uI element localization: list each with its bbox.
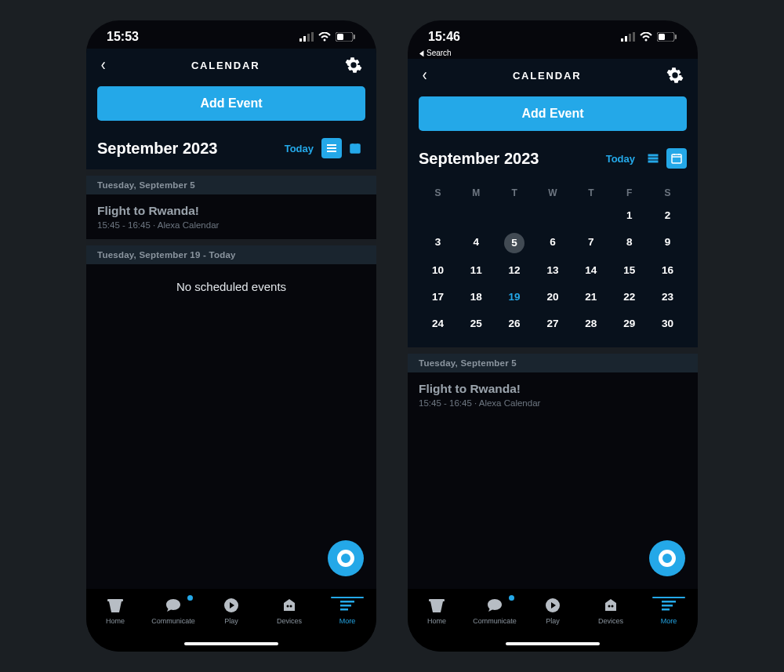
status-right (621, 32, 677, 42)
svg-rect-21 (340, 608, 348, 611)
calendar-day[interactable]: 9 (648, 233, 687, 252)
home-indicator[interactable] (506, 642, 600, 645)
tab-play[interactable]: Play (202, 597, 260, 625)
calendar-day[interactable]: 10 (419, 261, 457, 280)
calendar-day[interactable]: 24 (419, 314, 457, 333)
calendar-day[interactable]: 23 (648, 288, 687, 307)
svg-rect-3 (311, 32, 314, 42)
calendar-day[interactable]: 8 (610, 233, 648, 252)
calendar-day[interactable]: 26 (495, 314, 534, 333)
svg-point-26 (645, 39, 648, 42)
event-item[interactable]: Flight to Rwanda! 15:45 - 16:45 · Alexa … (408, 372, 698, 417)
day-section-header: Tuesday, September 19 - Today (86, 245, 376, 264)
list-view-button[interactable] (643, 148, 663, 169)
alexa-fab[interactable] (649, 540, 685, 576)
calendar-day[interactable]: 7 (572, 233, 610, 252)
event-meta: 15:45 - 16:45 · Alexa Calendar (419, 398, 687, 408)
tab-more[interactable]: More (640, 597, 698, 625)
calendar-day[interactable]: 3 (419, 233, 457, 252)
day-section-header: Tuesday, September 5 (408, 354, 698, 372)
calendar-day[interactable]: 27 (534, 314, 572, 333)
back-button[interactable]: ‹ (101, 55, 106, 75)
tab-play[interactable]: Play (524, 597, 582, 625)
add-event-button[interactable]: Add Event (419, 96, 687, 131)
calendar-day[interactable]: 13 (534, 261, 572, 280)
tab-devices[interactable]: Devices (582, 597, 640, 625)
battery-icon (336, 32, 356, 42)
svg-rect-8 (327, 144, 336, 146)
today-link[interactable]: Today (285, 143, 314, 154)
gear-icon[interactable] (666, 67, 684, 84)
event-list-body[interactable]: No scheduled events (86, 264, 376, 589)
svg-rect-31 (648, 158, 658, 159)
list-icon (325, 142, 338, 154)
calendar-day[interactable]: 30 (648, 314, 687, 333)
calendar-day[interactable]: 18 (457, 288, 495, 307)
calendar-day[interactable]: 28 (572, 314, 610, 333)
chat-icon (164, 597, 183, 614)
tab-devices[interactable]: Devices (260, 597, 318, 625)
more-icon (659, 597, 678, 614)
calendar-day[interactable]: 4 (457, 233, 495, 252)
calendar-day[interactable]: 11 (457, 261, 495, 280)
empty-state: No scheduled events (86, 264, 376, 309)
svg-rect-7 (354, 35, 355, 39)
calendar-day[interactable]: 20 (534, 288, 572, 307)
calendar-day (495, 206, 534, 225)
dow-label: T (495, 187, 534, 198)
tab-communicate[interactable]: Communicate (144, 597, 202, 625)
list-view-button[interactable] (321, 138, 342, 158)
calendar-day[interactable]: 29 (610, 314, 648, 333)
signal-icon (621, 32, 635, 42)
calendar-day[interactable]: 19 (495, 288, 534, 307)
dow-label: S (419, 187, 457, 198)
play-icon (222, 597, 241, 614)
home-indicator[interactable] (184, 642, 278, 645)
svg-rect-29 (675, 35, 677, 39)
calendar-day[interactable]: 21 (572, 288, 610, 307)
calendar-day[interactable]: 5 (504, 233, 524, 253)
add-event-button[interactable]: Add Event (97, 86, 365, 121)
svg-rect-25 (633, 32, 635, 42)
calendar-day (457, 206, 495, 225)
calendar-day[interactable]: 6 (534, 233, 572, 252)
svg-point-40 (612, 605, 614, 608)
calendar-day[interactable]: 14 (572, 261, 610, 280)
list-icon (647, 152, 659, 165)
svg-rect-32 (648, 161, 658, 162)
calendar-day[interactable]: 17 (419, 288, 457, 307)
calendar-day (572, 206, 610, 225)
svg-rect-10 (327, 151, 336, 152)
svg-point-4 (324, 39, 326, 42)
calendar-day[interactable]: 16 (648, 261, 687, 280)
svg-rect-22 (621, 38, 623, 42)
calendar-view-button[interactable] (345, 138, 365, 158)
svg-rect-2 (307, 34, 310, 42)
calendar-view-button[interactable] (666, 148, 687, 169)
calendar-day[interactable]: 2 (648, 206, 687, 225)
tab-home[interactable]: Home (86, 597, 144, 625)
notification-badge-icon (187, 595, 193, 601)
gear-icon[interactable] (345, 56, 362, 74)
tab-more[interactable]: More (318, 597, 376, 625)
month-title: September 2023 (419, 150, 539, 168)
app-header: ‹ CALENDAR (86, 49, 376, 86)
breadcrumb-back[interactable]: ◀Search (408, 49, 698, 59)
calendar-day[interactable]: 12 (495, 261, 534, 280)
calendar-icon (670, 152, 683, 165)
alexa-fab[interactable] (328, 540, 364, 576)
calendar-day[interactable]: 22 (610, 288, 648, 307)
tab-home[interactable]: Home (408, 597, 466, 625)
svg-rect-41 (662, 601, 676, 603)
calendar-day[interactable]: 25 (457, 314, 495, 333)
calendar-day[interactable]: 1 (610, 206, 648, 225)
today-link[interactable]: Today (606, 153, 635, 165)
status-bar: 15:46 (408, 20, 698, 49)
event-item[interactable]: Flight to Rwanda! 15:45 - 16:45 · Alexa … (86, 194, 376, 239)
calendar-day[interactable]: 15 (610, 261, 648, 280)
back-button[interactable]: ‹ (423, 65, 427, 85)
calendar-grid: SMTWTFS123456789101112131415161718192021… (408, 180, 698, 347)
svg-point-18 (290, 605, 292, 608)
tab-communicate[interactable]: Communicate (466, 597, 524, 625)
alexa-icon (659, 550, 676, 567)
